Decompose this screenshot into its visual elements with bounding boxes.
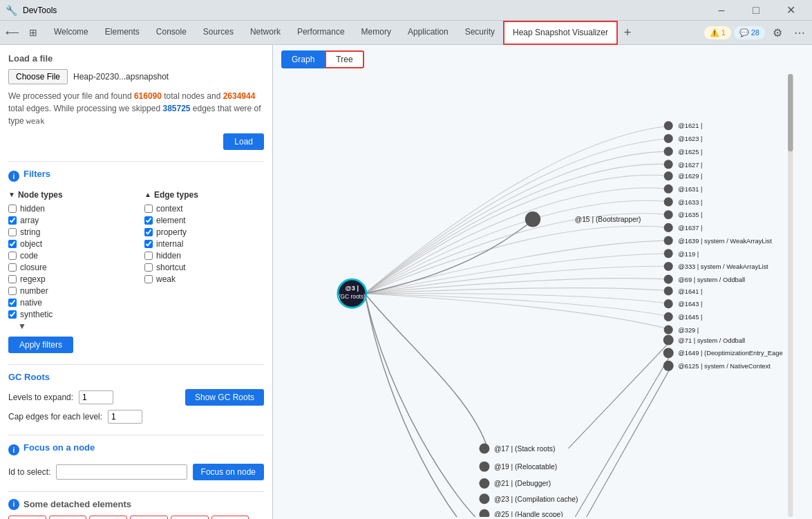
tab-sources[interactable]: Sources: [195, 21, 242, 45]
svg-text:(GC roots): (GC roots): [339, 293, 366, 300]
svg-text:@1629 |: @1629 |: [678, 173, 702, 180]
svg-point-28: [664, 134, 673, 143]
svg-text:@329 |: @329 |: [678, 327, 699, 334]
tab-heap-snapshot-visualizer[interactable]: Heap Snapshot Visualizer: [503, 21, 618, 45]
devtools-icon: 🔧: [6, 5, 17, 16]
close-button[interactable]: ✕: [775, 0, 806, 21]
edge-weak: weak: [144, 274, 264, 284]
tab-performance[interactable]: Performance: [289, 21, 353, 45]
cap-label: Cap edges for each level:: [8, 412, 102, 422]
node-array: array: [8, 216, 128, 225]
detached-tag-111771[interactable]: 111771: [211, 516, 249, 520]
graph-area[interactable]: @3 | (GC roots) @15 | (Bootstrapper) @17…: [273, 74, 812, 517]
tab-memory[interactable]: Memory: [353, 21, 399, 45]
graph-tab[interactable]: Graph: [281, 50, 325, 68]
detached-tag-111747[interactable]: 111747: [171, 516, 209, 520]
node-synthetic-checkbox[interactable]: [8, 310, 17, 319]
detached-tag-111573[interactable]: 111573: [49, 516, 87, 520]
svg-text:@1633 |: @1633 |: [678, 199, 702, 206]
node-hidden-checkbox[interactable]: [8, 205, 17, 213]
svg-text:@23 | (Compilation cache): @23 | (Compilation cache): [494, 496, 578, 503]
choose-file-button[interactable]: Choose File: [8, 69, 68, 84]
edge-hidden-checkbox[interactable]: [144, 252, 153, 260]
show-gc-roots-button[interactable]: Show GC Roots: [185, 389, 264, 406]
detached-tag-111681[interactable]: 111681: [130, 516, 168, 520]
tab-application[interactable]: Application: [399, 21, 457, 45]
svg-point-4: [525, 211, 540, 227]
svg-point-44: [664, 236, 673, 245]
apply-filters-button[interactable]: Apply filters: [8, 337, 73, 353]
settings-button[interactable]: ⚙: [768, 23, 787, 42]
edge-type: weak: [26, 117, 45, 126]
svg-point-6: [479, 443, 489, 453]
tab-welcome[interactable]: Welcome: [46, 21, 97, 45]
warning-badge-button[interactable]: ⚠️ 1: [704, 26, 731, 39]
info-badge-button[interactable]: 💬 28: [734, 26, 765, 39]
svg-point-42: [664, 223, 673, 232]
tab-console[interactable]: Console: [148, 21, 195, 45]
title-bar-controls: – □ ✕: [706, 0, 806, 21]
node-code-checkbox[interactable]: [8, 252, 17, 260]
info-count: 28: [751, 28, 759, 37]
svg-text:@3 |: @3 |: [346, 285, 359, 292]
tab-security[interactable]: Security: [457, 21, 503, 45]
total-edges: 2634944: [223, 91, 256, 101]
edge-property-checkbox[interactable]: [144, 228, 153, 236]
detached-title: Some detached elements: [23, 499, 131, 509]
node-string: string: [8, 227, 128, 237]
add-tab-button[interactable]: +: [618, 23, 637, 42]
edge-internal-checkbox[interactable]: [144, 240, 153, 248]
focus-title: Focus on a node: [23, 442, 95, 453]
id-input[interactable]: [56, 464, 187, 480]
node-array-checkbox[interactable]: [8, 216, 17, 225]
cap-input[interactable]: [108, 410, 142, 424]
node-closure-checkbox[interactable]: [8, 263, 17, 272]
edge-shortcut-checkbox[interactable]: [144, 263, 153, 272]
svg-point-48: [664, 262, 673, 271]
edge-element-checkbox[interactable]: [144, 216, 153, 225]
node-code: code: [8, 251, 128, 261]
node-regexp-checkbox[interactable]: [8, 275, 17, 283]
svg-text:@1625 |: @1625 |: [678, 149, 702, 155]
info-text-1: We processed your file and found: [8, 91, 134, 101]
node-types-title: ▼ Node types: [8, 190, 128, 200]
minimize-button[interactable]: –: [706, 0, 737, 21]
node-object-checkbox[interactable]: [8, 240, 17, 248]
svg-text:@19 | (Relocatable): @19 | (Relocatable): [494, 463, 557, 471]
svg-text:@6125 | system / NativeContext: @6125 | system / NativeContext: [678, 363, 771, 370]
node-native-checkbox[interactable]: [8, 299, 17, 307]
info-text-3: total edges. While processing we skipped: [8, 104, 162, 113]
main-layout: Load a file Choose File Heap-20230...aps…: [0, 45, 812, 519]
svg-point-26: [664, 121, 673, 130]
detached-tag-111571[interactable]: 111571: [8, 516, 46, 520]
focus-info-icon: i: [8, 444, 19, 455]
dock-button[interactable]: ⊞: [23, 23, 43, 42]
node-native: native: [8, 298, 128, 308]
tree-tab[interactable]: Tree: [325, 50, 363, 68]
more-button[interactable]: ⋯: [790, 23, 809, 42]
detached-tag-111575[interactable]: 111575: [89, 516, 127, 520]
focus-on-node-button[interactable]: Focus on node: [193, 464, 264, 480]
maximize-button[interactable]: □: [740, 0, 772, 21]
back-button[interactable]: ⟵: [3, 23, 22, 42]
load-button[interactable]: Load: [223, 133, 264, 150]
svg-text:@21 | (Debugger): @21 | (Debugger): [494, 480, 551, 487]
svg-point-36: [664, 185, 673, 194]
filters-info-icon: i: [8, 171, 19, 182]
load-file-title: Load a file: [8, 53, 264, 64]
levels-input[interactable]: [79, 390, 113, 404]
focus-input-row: Id to select: Focus on node: [8, 464, 264, 480]
levels-row: Levels to expand: Show GC Roots: [8, 389, 264, 406]
tab-network[interactable]: Network: [242, 21, 289, 45]
node-number-checkbox[interactable]: [8, 287, 17, 295]
edge-weak-checkbox[interactable]: [144, 275, 153, 283]
svg-text:@1649 | (DeoptimizationEntry_E: @1649 | (DeoptimizationEntry_Eage: [678, 350, 782, 357]
svg-text:@333 | system / WeakArrayList: @333 | system / WeakArrayList: [678, 263, 768, 270]
node-string-checkbox[interactable]: [8, 228, 17, 236]
tab-elements[interactable]: Elements: [97, 21, 148, 45]
svg-text:@1637 |: @1637 |: [678, 225, 702, 232]
svg-text:@69 | system / Oddball: @69 | system / Oddball: [678, 276, 745, 283]
tab-bar: ⟵ ⊞ Welcome Elements Console Sources Net…: [0, 21, 812, 45]
edge-context-checkbox[interactable]: [144, 205, 153, 213]
node-number: number: [8, 286, 128, 296]
